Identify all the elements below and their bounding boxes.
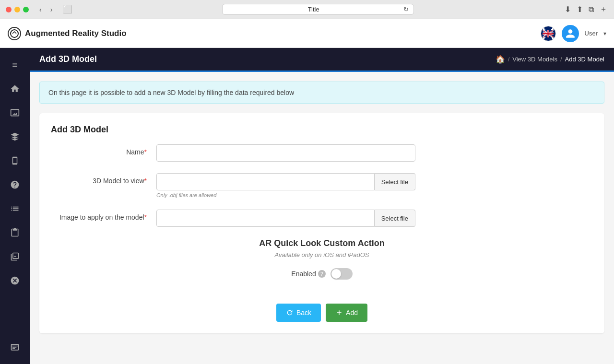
header-right: 🇬🇧 User ▾	[541, 25, 606, 42]
model-required: *	[144, 177, 147, 185]
model-control: Select file Only .obj files are allowed	[156, 173, 415, 198]
sidebar-item-terminal[interactable]	[4, 336, 26, 358]
breadcrumb-home-icon[interactable]: 🏠	[496, 55, 505, 64]
sidebar-item-mobile[interactable]	[4, 150, 26, 172]
address-bar[interactable]: Title ↻	[222, 4, 414, 15]
ar-section-title: AR Quick Look Custom Action	[51, 238, 593, 248]
sidebar-item-image-list[interactable]	[4, 246, 26, 268]
window-btn[interactable]: ⬜	[63, 5, 72, 14]
share-btn[interactable]: ⬆	[576, 4, 584, 15]
tab-btn[interactable]: ⧉	[588, 4, 595, 15]
info-banner: On this page it is possible to add a new…	[39, 82, 604, 104]
app-logo: Augmented Reality Studio	[8, 27, 127, 40]
reload-btn[interactable]: ↻	[403, 6, 409, 13]
model-select-file-btn[interactable]: Select file	[375, 173, 415, 190]
forward-nav-btn[interactable]: ›	[47, 5, 56, 14]
toggle-knob	[331, 269, 341, 279]
image-file-input[interactable]	[156, 210, 375, 227]
svg-point-0	[11, 30, 18, 37]
sidebar-item-ar[interactable]	[4, 126, 26, 148]
macos-chrome: ‹ › ⬜ Title ↻ ⬇ ⬆ ⧉ ＋	[0, 0, 614, 19]
enabled-toggle-row: Enabled ?	[51, 268, 593, 280]
model-label: 3D Model to view*	[51, 173, 156, 185]
enabled-toggle[interactable]	[331, 268, 353, 280]
breadcrumb: 🏠 / View 3D Models / Add 3D Model	[496, 55, 604, 64]
image-control: Select file	[156, 210, 415, 227]
model-file-input[interactable]	[156, 173, 375, 190]
model-row: 3D Model to view* Select file Only .obj …	[51, 173, 593, 198]
image-required: *	[144, 213, 147, 221]
model-file-group: Select file	[156, 173, 415, 190]
main-content: Add 3D Model 🏠 / View 3D Models / Add 3D…	[30, 48, 614, 364]
add-tab-btn[interactable]: ＋	[599, 3, 608, 15]
logo-icon	[8, 27, 21, 40]
image-row: Image to apply on the model* Select file	[51, 210, 593, 227]
sidebar-bottom	[4, 336, 26, 358]
sidebar: ≡	[0, 48, 30, 364]
image-select-file-btn[interactable]: Select file	[375, 210, 415, 227]
back-nav-btn[interactable]: ‹	[36, 5, 45, 14]
page-title: Add 3D Model	[39, 54, 97, 64]
name-label: Name*	[51, 144, 156, 156]
sidebar-item-gallery[interactable]	[4, 102, 26, 124]
nav-arrows: ‹ ›	[36, 5, 55, 14]
add-icon	[335, 309, 343, 317]
top-bar: Add 3D Model 🏠 / View 3D Models / Add 3D…	[30, 48, 614, 72]
download-btn[interactable]: ⬇	[564, 4, 572, 15]
breadcrumb-sep-2: /	[560, 56, 562, 63]
ar-quick-look-section: AR Quick Look Custom Action Available on…	[51, 238, 593, 280]
info-banner-text: On this page it is possible to add a new…	[48, 89, 294, 96]
help-icon[interactable]: ?	[318, 270, 326, 278]
sidebar-item-help[interactable]	[4, 174, 26, 196]
name-input[interactable]	[156, 144, 415, 162]
sidebar-item-close[interactable]	[4, 270, 26, 292]
breadcrumb-current: Add 3D Model	[565, 56, 604, 63]
user-dropdown-arrow[interactable]: ▾	[603, 30, 606, 37]
sidebar-item-clipboard[interactable]	[4, 222, 26, 244]
sidebar-item-home[interactable]	[4, 78, 26, 100]
app-header: Augmented Reality Studio 🇬🇧 User ▾	[0, 19, 614, 48]
name-required: *	[144, 148, 147, 156]
image-file-group: Select file	[156, 210, 415, 227]
sidebar-item-list[interactable]	[4, 198, 26, 220]
action-row: Back Add	[51, 294, 593, 322]
minimize-window-btn[interactable]	[14, 7, 20, 12]
app-layout: ≡	[0, 48, 614, 364]
user-label: User	[585, 30, 598, 37]
breadcrumb-sep-1: /	[508, 56, 510, 63]
user-avatar	[562, 25, 579, 42]
traffic-lights	[6, 7, 29, 12]
name-control	[156, 144, 415, 162]
content-area: On this page it is possible to add a new…	[30, 72, 614, 364]
back-icon	[286, 309, 294, 317]
model-file-hint: Only .obj files are allowed	[156, 192, 415, 198]
form-card: Add 3D Model Name* 3D Model to view*	[39, 113, 604, 333]
ar-section-subtitle: Available only on iOS and iPadOS	[51, 251, 593, 258]
back-button[interactable]: Back	[276, 304, 321, 322]
add-button[interactable]: Add	[326, 304, 367, 322]
image-label: Image to apply on the model*	[51, 210, 156, 221]
browser-controls: ⬇ ⬆ ⧉ ＋	[564, 3, 608, 15]
form-card-title: Add 3D Model	[51, 125, 593, 135]
enabled-label: Enabled ?	[291, 270, 325, 278]
tab-title: Title	[227, 6, 400, 13]
close-window-btn[interactable]	[6, 7, 12, 12]
fullscreen-window-btn[interactable]	[23, 7, 29, 12]
app-title: Augmented Reality Studio	[25, 29, 127, 38]
name-row: Name*	[51, 144, 593, 162]
breadcrumb-view-models-link[interactable]: View 3D Models	[512, 56, 557, 63]
sidebar-item-menu[interactable]: ≡	[4, 54, 26, 76]
language-flag[interactable]: 🇬🇧	[541, 26, 556, 41]
